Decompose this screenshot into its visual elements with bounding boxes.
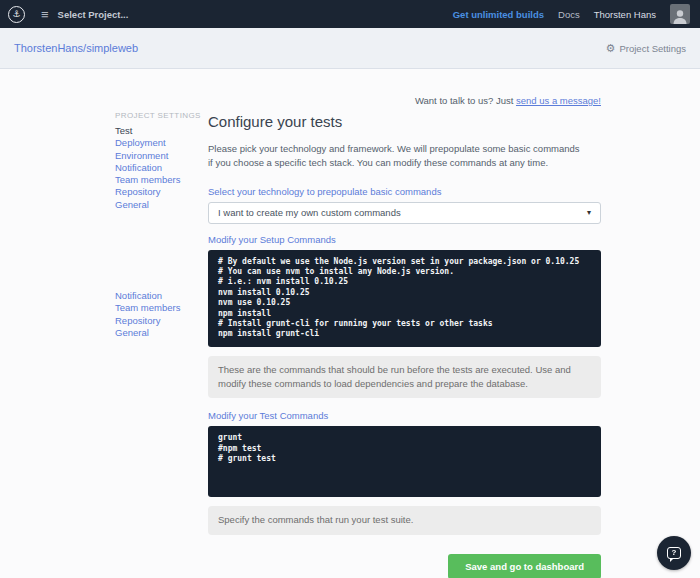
setup-commands-editor[interactable]: # By default we use the Node.js version … (208, 250, 601, 347)
top-navbar: ⚓ ≡ Select Project... Get unlimited buil… (0, 0, 700, 28)
sidebar-item-repository-2[interactable]: Repository (115, 315, 208, 327)
sidebar-item-notification[interactable]: Notification (115, 162, 208, 174)
hamburger-menu-icon[interactable]: ≡ (41, 8, 49, 21)
avatar-silhouette-icon (672, 8, 688, 24)
actions-row: Save and go to dashboard (208, 554, 601, 578)
send-message-link[interactable]: send us a message! (516, 95, 601, 106)
sidebar-item-deployment[interactable]: Deployment (115, 137, 208, 149)
gear-icon: ⚙ (606, 42, 616, 55)
sidebar-item-repository[interactable]: Repository (115, 186, 208, 198)
test-commands-label[interactable]: Modify your Test Commands (208, 410, 601, 421)
technology-select[interactable]: I want to create my own custom commands … (208, 202, 601, 224)
page-title: Configure your tests (208, 113, 601, 130)
navbar-right: Get unlimited builds Docs Thorsten Hans (453, 4, 690, 24)
sidebar-item-notification-2[interactable]: Notification (115, 290, 208, 302)
sidebar-item-environment[interactable]: Environment (115, 150, 208, 162)
sidebar-item-team-members-2[interactable]: Team members (115, 302, 208, 314)
sidebar-section-title: PROJECT SETTINGS (115, 111, 208, 120)
technology-select-value: I want to create my own custom commands (218, 207, 401, 218)
settings-sidebar: PROJECT SETTINGS Test Deployment Environ… (115, 95, 208, 578)
sidebar-secondary-group: Notification Team members Repository Gen… (115, 290, 208, 339)
content-container: PROJECT SETTINGS Test Deployment Environ… (115, 69, 601, 578)
help-chat-button[interactable]: ? (657, 536, 691, 570)
chevron-down-icon: ▾ (587, 208, 591, 217)
sidebar-item-team-members[interactable]: Team members (115, 174, 208, 186)
test-commands-help: Specify the commands that run your test … (208, 506, 601, 534)
contact-prompt: Want to talk to us? Just send us a messa… (208, 95, 601, 106)
project-settings-label: Project Settings (619, 43, 686, 54)
project-settings-button[interactable]: ⚙ Project Settings (606, 42, 686, 55)
user-avatar[interactable] (670, 4, 690, 24)
select-project-menu[interactable]: Select Project... (58, 9, 129, 20)
technology-select-label: Select your technology to prepopulate ba… (208, 186, 601, 197)
question-bubble-icon: ? (667, 547, 681, 559)
get-unlimited-builds-link[interactable]: Get unlimited builds (453, 9, 544, 20)
project-header-bar: ThorstenHans/simpleweb ⚙ Project Setting… (0, 28, 700, 69)
setup-commands-label[interactable]: Modify your Setup Commands (208, 234, 601, 245)
codeship-logo-icon[interactable]: ⚓ (8, 6, 25, 23)
save-button[interactable]: Save and go to dashboard (448, 554, 601, 578)
page-description: Please pick your technology and framewor… (208, 142, 585, 170)
setup-commands-help: These are the commands that should be ru… (208, 356, 601, 399)
user-menu[interactable]: Thorsten Hans (594, 9, 656, 20)
test-commands-editor[interactable]: grunt #npm test # grunt test (208, 426, 601, 497)
docs-link[interactable]: Docs (558, 9, 580, 20)
sidebar-item-general[interactable]: General (115, 199, 208, 211)
contact-prompt-text: Want to talk to us? Just (415, 95, 516, 106)
sidebar-item-test[interactable]: Test (115, 125, 208, 137)
sidebar-item-general-2[interactable]: General (115, 327, 208, 339)
main-panel: Want to talk to us? Just send us a messa… (208, 95, 601, 578)
breadcrumb[interactable]: ThorstenHans/simpleweb (14, 42, 138, 54)
